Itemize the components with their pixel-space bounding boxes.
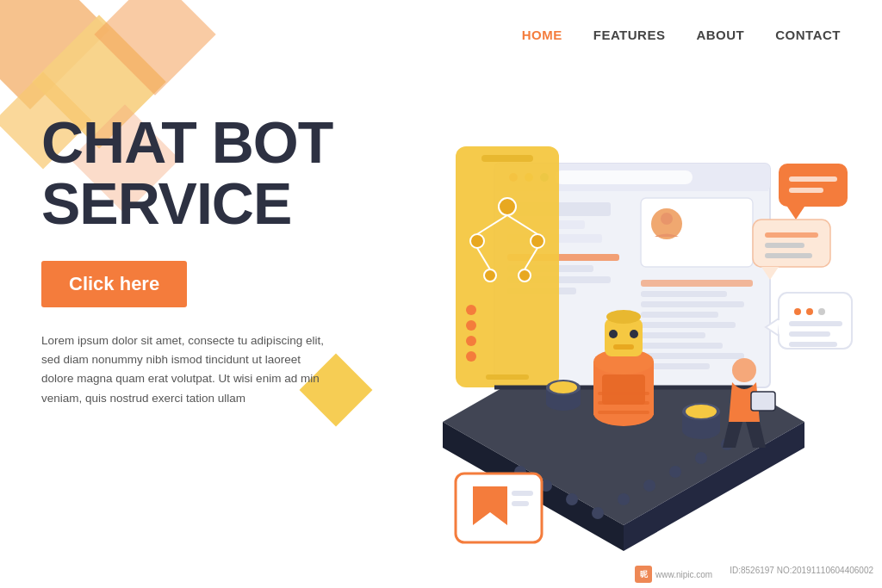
svg-rect-99 (512, 501, 529, 506)
nav-features[interactable]: FEATURES (593, 28, 666, 42)
svg-point-43 (484, 269, 496, 282)
svg-point-49 (466, 305, 476, 315)
svg-point-44 (519, 269, 531, 282)
svg-point-24 (661, 213, 673, 225)
svg-rect-57 (602, 374, 645, 405)
svg-point-10 (695, 452, 707, 464)
svg-point-42 (531, 234, 544, 248)
svg-rect-32 (641, 312, 718, 318)
svg-rect-31 (641, 301, 744, 307)
nipic-logo: 昵 (635, 566, 652, 583)
svg-point-41 (470, 234, 484, 248)
svg-rect-18 (555, 170, 693, 184)
nav-contact[interactable]: CONTACT (775, 28, 841, 42)
svg-rect-98 (512, 491, 533, 496)
scene-svg (357, 52, 865, 568)
svg-point-75 (686, 405, 717, 418)
svg-point-50 (466, 320, 476, 331)
hero-content: CHAT BOT SERVICE Click here Lorem ipsum … (41, 112, 369, 408)
watermark-logo: 昵 www.nipic.com (635, 566, 712, 583)
svg-rect-30 (641, 291, 727, 297)
svg-rect-95 (789, 342, 837, 347)
svg-rect-65 (598, 392, 649, 395)
svg-rect-67 (598, 411, 649, 414)
svg-point-40 (499, 198, 516, 215)
svg-rect-53 (486, 374, 529, 380)
svg-rect-64 (613, 344, 634, 350)
svg-rect-87 (779, 293, 852, 349)
svg-rect-94 (789, 331, 830, 337)
watermark: 昵 www.nipic.com ID:8526197 NO:2019111060… (635, 566, 873, 583)
navigation: HOME FEATURES ABOUT CONTACT (522, 0, 882, 42)
svg-rect-86 (765, 253, 812, 258)
svg-rect-35 (641, 343, 723, 349)
svg-rect-29 (641, 280, 753, 287)
svg-rect-84 (765, 232, 818, 238)
svg-rect-66 (598, 401, 649, 405)
svg-point-90 (794, 308, 801, 315)
svg-point-6 (592, 507, 604, 519)
svg-point-71 (550, 381, 577, 393)
svg-rect-77 (751, 392, 775, 411)
watermark-url: www.nipic.com (655, 570, 712, 579)
svg-rect-85 (765, 243, 804, 248)
nav-home[interactable]: HOME (522, 28, 562, 42)
svg-point-62 (609, 330, 618, 338)
svg-point-8 (643, 480, 655, 492)
svg-rect-36 (641, 353, 744, 359)
svg-point-92 (818, 308, 825, 315)
hero-description: Lorem ipsum dolor sit amet, consecte tu … (41, 331, 334, 408)
svg-point-63 (630, 330, 638, 338)
nav-about[interactable]: ABOUT (696, 28, 744, 42)
hero-illustration (357, 52, 865, 568)
svg-point-51 (466, 336, 476, 346)
cta-button[interactable]: Click here (41, 261, 187, 307)
svg-rect-60 (605, 319, 643, 356)
svg-point-61 (606, 310, 641, 324)
svg-rect-80 (789, 176, 837, 182)
svg-point-9 (669, 466, 681, 478)
svg-line-89 (779, 320, 780, 334)
hero-title: CHAT BOT SERVICE (41, 112, 369, 235)
svg-point-52 (466, 351, 476, 362)
svg-point-91 (806, 308, 813, 315)
svg-point-76 (732, 358, 756, 382)
svg-rect-33 (641, 322, 736, 328)
svg-rect-78 (779, 164, 848, 207)
svg-point-7 (618, 493, 630, 505)
svg-rect-81 (789, 188, 823, 193)
svg-marker-79 (787, 207, 804, 220)
watermark-id: ID:8526197 NO:20191110604406002 (730, 566, 873, 583)
svg-point-5 (566, 493, 578, 505)
svg-rect-93 (789, 321, 842, 326)
svg-rect-39 (481, 155, 533, 162)
svg-rect-34 (641, 332, 705, 338)
